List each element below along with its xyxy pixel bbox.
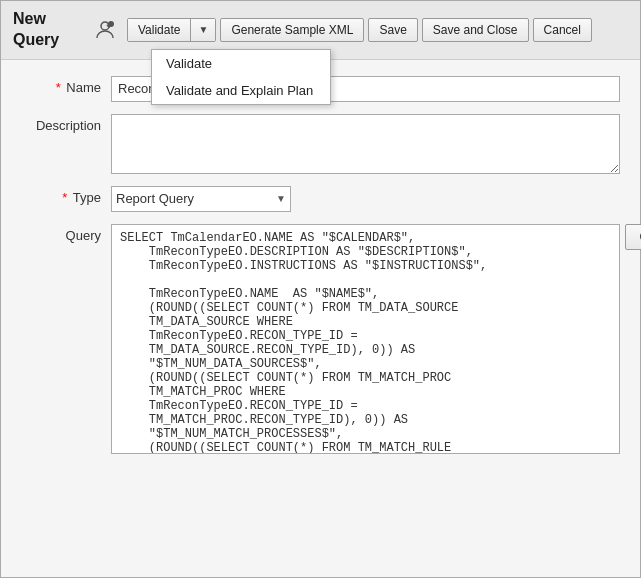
description-label: Description [21,114,111,133]
form-area: * Name Description * Type Report Query ▼ [1,60,640,485]
type-select-arrow-icon: ▼ [276,193,286,204]
validate-button[interactable]: Validate [128,19,191,41]
save-and-close-button[interactable]: Save and Close [422,18,529,42]
cancel-button[interactable]: Cancel [533,18,592,42]
type-select[interactable]: Report Query ▼ [111,186,291,212]
svg-text:+: + [107,22,111,28]
page-title: New Query [13,9,83,51]
type-label: * Type [21,186,111,205]
type-row: * Type Report Query ▼ [21,186,620,212]
description-textarea[interactable] [111,114,620,174]
user-icon: + [91,16,119,44]
validate-split-button[interactable]: Validate ▼ [127,18,216,42]
validate-dropdown-arrow[interactable]: ▼ [191,19,215,41]
main-container: New Query + Validate ▼ Generate Sample X… [0,0,641,578]
description-row: Description [21,114,620,174]
query-editor-wrapper: Generate Query [111,224,620,457]
generate-sample-xml-button[interactable]: Generate Sample XML [220,18,364,42]
generate-query-button[interactable]: Generate Query [625,224,641,250]
validate-explain-plan-menu-item[interactable]: Validate and Explain Plan [152,77,330,104]
validate-dropdown-menu: Validate Validate and Explain Plan [151,49,331,105]
save-button[interactable]: Save [368,18,417,42]
query-editor[interactable] [111,224,620,454]
type-select-value: Report Query [116,191,272,206]
name-label: * Name [21,76,111,95]
header: New Query + Validate ▼ Generate Sample X… [1,1,640,60]
query-row: Query Generate Query [21,224,620,457]
validate-menu-item[interactable]: Validate [152,50,330,77]
type-required-star: * [62,190,67,205]
name-required-star: * [56,80,61,95]
toolbar: Validate ▼ Generate Sample XML Save Save… [127,18,628,42]
query-label: Query [21,224,111,243]
